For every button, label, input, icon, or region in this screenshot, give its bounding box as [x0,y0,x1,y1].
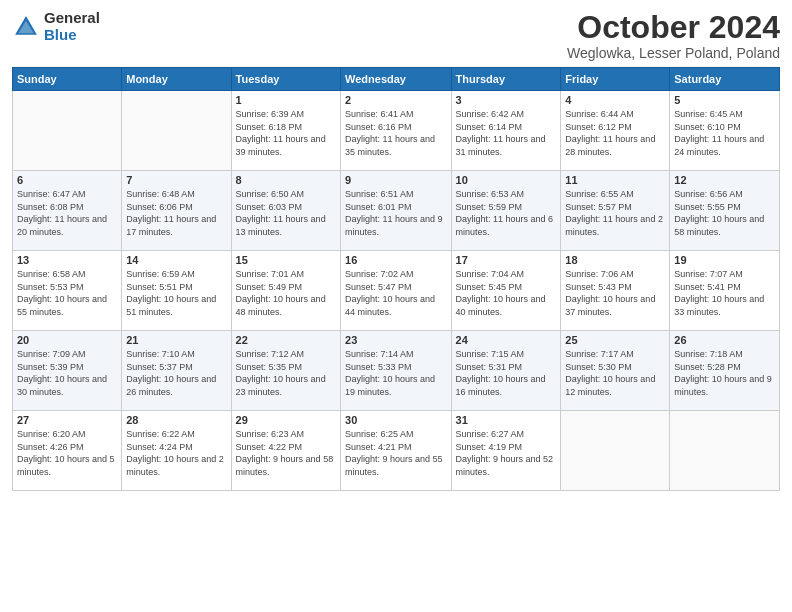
day-number: 12 [674,174,775,186]
calendar-cell [13,91,122,171]
main-title: October 2024 [567,10,780,45]
day-number: 15 [236,254,336,266]
day-info: Sunrise: 7:04 AMSunset: 5:45 PMDaylight:… [456,268,557,318]
day-info: Sunrise: 6:20 AMSunset: 4:26 PMDaylight:… [17,428,117,478]
col-wednesday: Wednesday [341,68,451,91]
day-info: Sunrise: 6:44 AMSunset: 6:12 PMDaylight:… [565,108,665,158]
day-info: Sunrise: 7:01 AMSunset: 5:49 PMDaylight:… [236,268,336,318]
calendar-cell: 12Sunrise: 6:56 AMSunset: 5:55 PMDayligh… [670,171,780,251]
day-number: 6 [17,174,117,186]
logo-blue-text: Blue [44,27,100,44]
calendar-cell [561,411,670,491]
calendar-week-3: 13Sunrise: 6:58 AMSunset: 5:53 PMDayligh… [13,251,780,331]
logo-icon [12,13,40,41]
day-info: Sunrise: 6:59 AMSunset: 5:51 PMDaylight:… [126,268,226,318]
calendar-cell: 21Sunrise: 7:10 AMSunset: 5:37 PMDayligh… [122,331,231,411]
day-info: Sunrise: 6:55 AMSunset: 5:57 PMDaylight:… [565,188,665,238]
day-info: Sunrise: 6:45 AMSunset: 6:10 PMDaylight:… [674,108,775,158]
day-number: 9 [345,174,446,186]
day-number: 5 [674,94,775,106]
calendar-cell: 3Sunrise: 6:42 AMSunset: 6:14 PMDaylight… [451,91,561,171]
day-info: Sunrise: 6:22 AMSunset: 4:24 PMDaylight:… [126,428,226,478]
day-info: Sunrise: 6:51 AMSunset: 6:01 PMDaylight:… [345,188,446,238]
day-info: Sunrise: 6:50 AMSunset: 6:03 PMDaylight:… [236,188,336,238]
col-sunday: Sunday [13,68,122,91]
day-number: 27 [17,414,117,426]
day-number: 16 [345,254,446,266]
logo: General Blue [12,10,100,43]
day-number: 8 [236,174,336,186]
day-number: 30 [345,414,446,426]
calendar-cell: 19Sunrise: 7:07 AMSunset: 5:41 PMDayligh… [670,251,780,331]
day-info: Sunrise: 7:10 AMSunset: 5:37 PMDaylight:… [126,348,226,398]
col-saturday: Saturday [670,68,780,91]
calendar-week-2: 6Sunrise: 6:47 AMSunset: 6:08 PMDaylight… [13,171,780,251]
calendar-cell: 18Sunrise: 7:06 AMSunset: 5:43 PMDayligh… [561,251,670,331]
calendar-cell: 10Sunrise: 6:53 AMSunset: 5:59 PMDayligh… [451,171,561,251]
calendar-cell: 2Sunrise: 6:41 AMSunset: 6:16 PMDaylight… [341,91,451,171]
day-info: Sunrise: 7:02 AMSunset: 5:47 PMDaylight:… [345,268,446,318]
calendar-cell: 24Sunrise: 7:15 AMSunset: 5:31 PMDayligh… [451,331,561,411]
day-info: Sunrise: 6:42 AMSunset: 6:14 PMDaylight:… [456,108,557,158]
calendar-cell: 4Sunrise: 6:44 AMSunset: 6:12 PMDaylight… [561,91,670,171]
header: General Blue October 2024 Weglowka, Less… [12,10,780,61]
day-info: Sunrise: 6:47 AMSunset: 6:08 PMDaylight:… [17,188,117,238]
calendar-cell: 8Sunrise: 6:50 AMSunset: 6:03 PMDaylight… [231,171,340,251]
day-number: 10 [456,174,557,186]
page: General Blue October 2024 Weglowka, Less… [0,0,792,612]
day-info: Sunrise: 7:12 AMSunset: 5:35 PMDaylight:… [236,348,336,398]
day-info: Sunrise: 7:14 AMSunset: 5:33 PMDaylight:… [345,348,446,398]
subtitle: Weglowka, Lesser Poland, Poland [567,45,780,61]
day-number: 26 [674,334,775,346]
day-info: Sunrise: 6:39 AMSunset: 6:18 PMDaylight:… [236,108,336,158]
day-info: Sunrise: 7:15 AMSunset: 5:31 PMDaylight:… [456,348,557,398]
day-number: 7 [126,174,226,186]
col-monday: Monday [122,68,231,91]
day-number: 23 [345,334,446,346]
calendar-cell: 14Sunrise: 6:59 AMSunset: 5:51 PMDayligh… [122,251,231,331]
calendar-cell: 27Sunrise: 6:20 AMSunset: 4:26 PMDayligh… [13,411,122,491]
day-number: 24 [456,334,557,346]
day-info: Sunrise: 6:56 AMSunset: 5:55 PMDaylight:… [674,188,775,238]
day-number: 25 [565,334,665,346]
calendar: Sunday Monday Tuesday Wednesday Thursday… [12,67,780,491]
calendar-cell: 29Sunrise: 6:23 AMSunset: 4:22 PMDayligh… [231,411,340,491]
calendar-cell: 26Sunrise: 7:18 AMSunset: 5:28 PMDayligh… [670,331,780,411]
day-info: Sunrise: 6:23 AMSunset: 4:22 PMDaylight:… [236,428,336,478]
day-number: 13 [17,254,117,266]
day-number: 31 [456,414,557,426]
day-number: 14 [126,254,226,266]
day-number: 3 [456,94,557,106]
calendar-cell: 22Sunrise: 7:12 AMSunset: 5:35 PMDayligh… [231,331,340,411]
calendar-week-1: 1Sunrise: 6:39 AMSunset: 6:18 PMDaylight… [13,91,780,171]
calendar-cell: 23Sunrise: 7:14 AMSunset: 5:33 PMDayligh… [341,331,451,411]
day-info: Sunrise: 7:18 AMSunset: 5:28 PMDaylight:… [674,348,775,398]
day-info: Sunrise: 6:53 AMSunset: 5:59 PMDaylight:… [456,188,557,238]
calendar-cell: 15Sunrise: 7:01 AMSunset: 5:49 PMDayligh… [231,251,340,331]
day-number: 22 [236,334,336,346]
day-info: Sunrise: 6:58 AMSunset: 5:53 PMDaylight:… [17,268,117,318]
day-number: 11 [565,174,665,186]
col-friday: Friday [561,68,670,91]
calendar-cell: 9Sunrise: 6:51 AMSunset: 6:01 PMDaylight… [341,171,451,251]
logo-general-text: General [44,10,100,27]
calendar-cell: 6Sunrise: 6:47 AMSunset: 6:08 PMDaylight… [13,171,122,251]
day-info: Sunrise: 6:41 AMSunset: 6:16 PMDaylight:… [345,108,446,158]
calendar-cell: 28Sunrise: 6:22 AMSunset: 4:24 PMDayligh… [122,411,231,491]
day-info: Sunrise: 7:06 AMSunset: 5:43 PMDaylight:… [565,268,665,318]
calendar-cell: 13Sunrise: 6:58 AMSunset: 5:53 PMDayligh… [13,251,122,331]
day-info: Sunrise: 6:25 AMSunset: 4:21 PMDaylight:… [345,428,446,478]
day-info: Sunrise: 6:27 AMSunset: 4:19 PMDaylight:… [456,428,557,478]
logo-text: General Blue [44,10,100,43]
day-number: 19 [674,254,775,266]
calendar-cell: 1Sunrise: 6:39 AMSunset: 6:18 PMDaylight… [231,91,340,171]
calendar-cell: 16Sunrise: 7:02 AMSunset: 5:47 PMDayligh… [341,251,451,331]
day-info: Sunrise: 7:09 AMSunset: 5:39 PMDaylight:… [17,348,117,398]
day-number: 29 [236,414,336,426]
col-tuesday: Tuesday [231,68,340,91]
day-number: 28 [126,414,226,426]
calendar-cell: 11Sunrise: 6:55 AMSunset: 5:57 PMDayligh… [561,171,670,251]
col-thursday: Thursday [451,68,561,91]
day-info: Sunrise: 7:07 AMSunset: 5:41 PMDaylight:… [674,268,775,318]
calendar-week-4: 20Sunrise: 7:09 AMSunset: 5:39 PMDayligh… [13,331,780,411]
